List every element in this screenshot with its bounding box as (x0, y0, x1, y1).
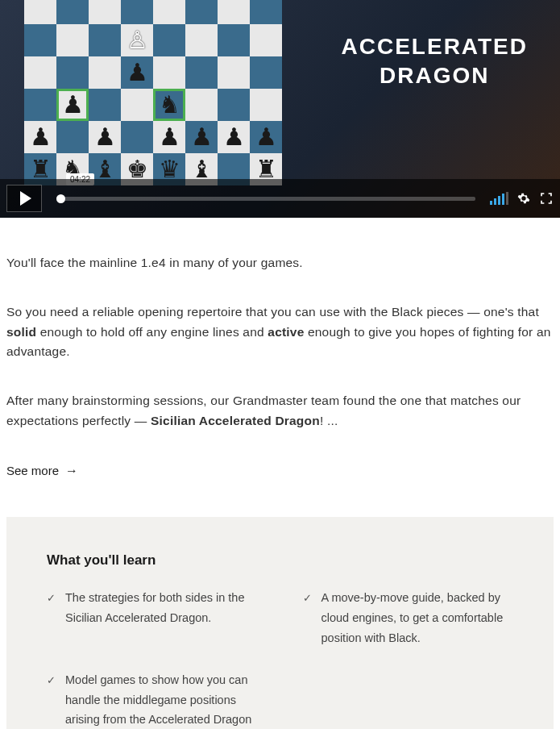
arrow-right-icon: → (65, 464, 78, 478)
learn-item: ✓ The strategies for both sides in the S… (47, 588, 258, 648)
video-controls (0, 179, 560, 218)
learn-item-text: A move-by-move guide, backed by cloud en… (321, 588, 514, 648)
progress-bar[interactable] (56, 197, 475, 201)
volume-control[interactable] (490, 192, 508, 205)
see-more-link[interactable]: See more → (6, 464, 78, 478)
checkmark-icon: ✓ (303, 589, 312, 648)
content-area: You'll face the mainline 1.e4 in many of… (0, 218, 560, 729)
paragraph-2: So you need a reliable opening repertoir… (6, 302, 554, 362)
learn-heading: What you'll learn (47, 552, 513, 569)
settings-icon[interactable] (516, 191, 531, 206)
learn-item: ✓ A move-by-move guide, backed by cloud … (303, 588, 514, 648)
play-button[interactable] (6, 185, 42, 212)
checkmark-icon: ✓ (47, 589, 56, 648)
fullscreen-icon[interactable] (539, 191, 554, 206)
chessboard-image: ♙ ♟ ♟♞ ♟♟♟♟♟♟ ♜♞♝♚♛♝♜ (24, 0, 282, 185)
learn-item: ✓ Model games to show how you can handle… (47, 670, 258, 729)
paragraph-1: You'll face the mainline 1.e4 in many of… (6, 253, 554, 273)
video-title-line1: ACCELERATED (342, 34, 528, 59)
paragraph-3: After many brainstorming sessions, our G… (6, 391, 554, 431)
video-title-overlay: ACCELERATED DRAGON (342, 32, 528, 91)
learn-item-text: Model games to show how you can handle t… (65, 670, 258, 729)
what-youll-learn-box: What you'll learn ✓ The strategies for b… (6, 517, 554, 729)
video-player[interactable]: ♙ ♟ ♟♞ ♟♟♟♟♟♟ ♜♞♝♚♛♝♜ ACCELERATED DRAGON… (0, 0, 560, 218)
progress-knob[interactable] (56, 194, 65, 203)
see-more-label: See more (6, 464, 59, 477)
learn-grid: ✓ The strategies for both sides in the S… (47, 588, 513, 729)
learn-item-text: The strategies for both sides in the Sic… (65, 588, 258, 648)
checkmark-icon: ✓ (47, 672, 56, 729)
video-title-line2: DRAGON (380, 63, 489, 88)
play-icon (20, 191, 31, 206)
